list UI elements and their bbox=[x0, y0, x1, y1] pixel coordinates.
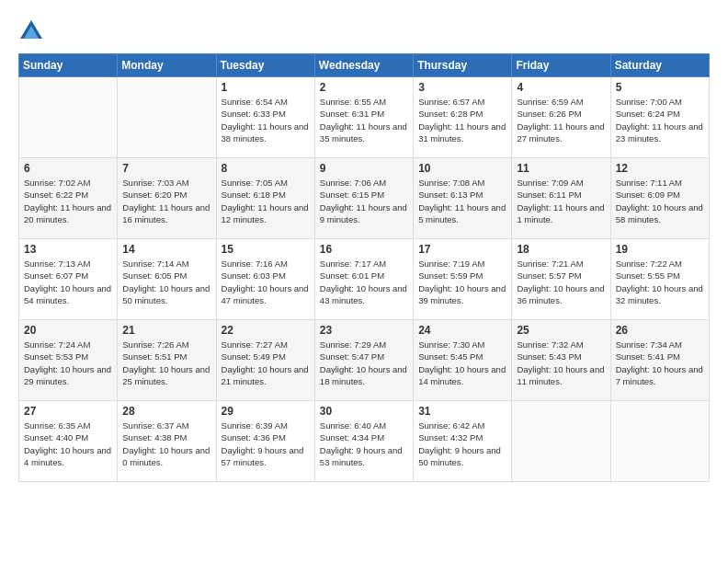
calendar-cell: 23Sunrise: 7:29 AM Sunset: 5:47 PM Dayli… bbox=[314, 320, 413, 401]
calendar-cell: 22Sunrise: 7:27 AM Sunset: 5:49 PM Dayli… bbox=[216, 320, 314, 401]
calendar-cell: 28Sunrise: 6:37 AM Sunset: 4:38 PM Dayli… bbox=[118, 401, 216, 482]
day-number: 2 bbox=[320, 81, 408, 94]
calendar-cell: 17Sunrise: 7:19 AM Sunset: 5:59 PM Dayli… bbox=[414, 239, 512, 320]
day-info: Sunrise: 7:14 AM Sunset: 6:05 PM Dayligh… bbox=[122, 258, 210, 306]
day-number: 6 bbox=[24, 162, 112, 175]
day-info: Sunrise: 7:26 AM Sunset: 5:51 PM Dayligh… bbox=[122, 339, 210, 387]
day-number: 10 bbox=[418, 162, 506, 175]
day-number: 23 bbox=[320, 324, 408, 337]
calendar-cell: 6Sunrise: 7:02 AM Sunset: 6:22 PM Daylig… bbox=[19, 158, 118, 239]
calendar-week-1: 1Sunrise: 6:54 AM Sunset: 6:33 PM Daylig… bbox=[19, 77, 710, 158]
header-sunday: Sunday bbox=[19, 54, 118, 77]
day-info: Sunrise: 7:00 AM Sunset: 6:24 PM Dayligh… bbox=[616, 96, 704, 144]
header-saturday: Saturday bbox=[610, 54, 709, 77]
calendar-cell: 4Sunrise: 6:59 AM Sunset: 6:26 PM Daylig… bbox=[512, 77, 610, 158]
calendar-cell: 14Sunrise: 7:14 AM Sunset: 6:05 PM Dayli… bbox=[118, 239, 216, 320]
day-number: 14 bbox=[122, 243, 210, 256]
day-info: Sunrise: 7:11 AM Sunset: 6:09 PM Dayligh… bbox=[616, 177, 704, 225]
logo bbox=[18, 18, 48, 44]
day-info: Sunrise: 7:34 AM Sunset: 5:41 PM Dayligh… bbox=[616, 339, 704, 387]
calendar-cell: 12Sunrise: 7:11 AM Sunset: 6:09 PM Dayli… bbox=[610, 158, 709, 239]
day-info: Sunrise: 7:06 AM Sunset: 6:15 PM Dayligh… bbox=[320, 177, 408, 225]
day-info: Sunrise: 7:17 AM Sunset: 6:01 PM Dayligh… bbox=[320, 258, 408, 306]
header-monday: Monday bbox=[118, 54, 216, 77]
day-info: Sunrise: 7:08 AM Sunset: 6:13 PM Dayligh… bbox=[418, 177, 506, 225]
calendar-cell: 16Sunrise: 7:17 AM Sunset: 6:01 PM Dayli… bbox=[314, 239, 413, 320]
day-info: Sunrise: 7:29 AM Sunset: 5:47 PM Dayligh… bbox=[320, 339, 408, 387]
day-number: 8 bbox=[222, 162, 310, 175]
day-info: Sunrise: 6:55 AM Sunset: 6:31 PM Dayligh… bbox=[320, 96, 408, 144]
calendar-cell: 9Sunrise: 7:06 AM Sunset: 6:15 PM Daylig… bbox=[314, 158, 413, 239]
day-info: Sunrise: 6:54 AM Sunset: 6:33 PM Dayligh… bbox=[222, 96, 310, 144]
calendar-cell: 15Sunrise: 7:16 AM Sunset: 6:03 PM Dayli… bbox=[216, 239, 314, 320]
day-number: 13 bbox=[24, 243, 112, 256]
calendar-header-row: SundayMondayTuesdayWednesdayThursdayFrid… bbox=[19, 54, 710, 77]
calendar-cell: 5Sunrise: 7:00 AM Sunset: 6:24 PM Daylig… bbox=[610, 77, 709, 158]
calendar-cell bbox=[512, 401, 610, 482]
day-info: Sunrise: 7:09 AM Sunset: 6:11 PM Dayligh… bbox=[517, 177, 605, 225]
day-number: 22 bbox=[222, 324, 310, 337]
day-info: Sunrise: 6:42 AM Sunset: 4:32 PM Dayligh… bbox=[418, 419, 506, 468]
day-number: 17 bbox=[418, 243, 506, 256]
header-thursday: Thursday bbox=[414, 54, 512, 77]
day-number: 19 bbox=[616, 243, 704, 256]
day-info: Sunrise: 7:22 AM Sunset: 5:55 PM Dayligh… bbox=[616, 258, 704, 306]
calendar-cell: 29Sunrise: 6:39 AM Sunset: 4:36 PM Dayli… bbox=[216, 401, 314, 482]
calendar-cell: 2Sunrise: 6:55 AM Sunset: 6:31 PM Daylig… bbox=[314, 77, 413, 158]
day-info: Sunrise: 7:13 AM Sunset: 6:07 PM Dayligh… bbox=[24, 258, 112, 306]
day-number: 24 bbox=[418, 324, 506, 337]
day-info: Sunrise: 7:03 AM Sunset: 6:20 PM Dayligh… bbox=[122, 177, 210, 225]
day-info: Sunrise: 6:59 AM Sunset: 6:26 PM Dayligh… bbox=[517, 96, 605, 144]
day-number: 11 bbox=[517, 162, 605, 175]
calendar-cell: 7Sunrise: 7:03 AM Sunset: 6:20 PM Daylig… bbox=[118, 158, 216, 239]
calendar-cell: 31Sunrise: 6:42 AM Sunset: 4:32 PM Dayli… bbox=[414, 401, 512, 482]
calendar-table: SundayMondayTuesdayWednesdayThursdayFrid… bbox=[18, 53, 710, 482]
calendar-cell bbox=[118, 77, 216, 158]
header-tuesday: Tuesday bbox=[216, 54, 314, 77]
calendar-cell bbox=[19, 77, 118, 158]
calendar-cell: 3Sunrise: 6:57 AM Sunset: 6:28 PM Daylig… bbox=[414, 77, 512, 158]
day-info: Sunrise: 6:35 AM Sunset: 4:40 PM Dayligh… bbox=[24, 419, 112, 468]
day-info: Sunrise: 7:21 AM Sunset: 5:57 PM Dayligh… bbox=[517, 258, 605, 306]
calendar-cell: 18Sunrise: 7:21 AM Sunset: 5:57 PM Dayli… bbox=[512, 239, 610, 320]
day-info: Sunrise: 6:57 AM Sunset: 6:28 PM Dayligh… bbox=[418, 96, 506, 144]
day-number: 15 bbox=[222, 243, 310, 256]
day-info: Sunrise: 7:30 AM Sunset: 5:45 PM Dayligh… bbox=[418, 339, 506, 387]
day-info: Sunrise: 7:24 AM Sunset: 5:53 PM Dayligh… bbox=[24, 339, 112, 387]
calendar-week-3: 13Sunrise: 7:13 AM Sunset: 6:07 PM Dayli… bbox=[19, 239, 710, 320]
calendar-cell: 8Sunrise: 7:05 AM Sunset: 6:18 PM Daylig… bbox=[216, 158, 314, 239]
day-info: Sunrise: 6:40 AM Sunset: 4:34 PM Dayligh… bbox=[320, 419, 408, 468]
day-info: Sunrise: 7:32 AM Sunset: 5:43 PM Dayligh… bbox=[517, 339, 605, 387]
day-info: Sunrise: 7:19 AM Sunset: 5:59 PM Dayligh… bbox=[418, 258, 506, 306]
day-info: Sunrise: 6:39 AM Sunset: 4:36 PM Dayligh… bbox=[222, 419, 310, 468]
calendar-cell: 26Sunrise: 7:34 AM Sunset: 5:41 PM Dayli… bbox=[610, 320, 709, 401]
day-info: Sunrise: 7:05 AM Sunset: 6:18 PM Dayligh… bbox=[222, 177, 310, 225]
day-number: 28 bbox=[122, 405, 210, 418]
calendar-cell: 21Sunrise: 7:26 AM Sunset: 5:51 PM Dayli… bbox=[118, 320, 216, 401]
calendar-cell: 24Sunrise: 7:30 AM Sunset: 5:45 PM Dayli… bbox=[414, 320, 512, 401]
calendar-cell: 10Sunrise: 7:08 AM Sunset: 6:13 PM Dayli… bbox=[414, 158, 512, 239]
day-number: 4 bbox=[517, 81, 605, 94]
day-number: 5 bbox=[616, 81, 704, 94]
calendar-cell: 13Sunrise: 7:13 AM Sunset: 6:07 PM Dayli… bbox=[19, 239, 118, 320]
header-wednesday: Wednesday bbox=[314, 54, 413, 77]
calendar-week-2: 6Sunrise: 7:02 AM Sunset: 6:22 PM Daylig… bbox=[19, 158, 710, 239]
day-number: 25 bbox=[517, 324, 605, 337]
day-number: 12 bbox=[616, 162, 704, 175]
day-number: 18 bbox=[517, 243, 605, 256]
day-info: Sunrise: 7:16 AM Sunset: 6:03 PM Dayligh… bbox=[222, 258, 310, 306]
calendar-week-5: 27Sunrise: 6:35 AM Sunset: 4:40 PM Dayli… bbox=[19, 401, 710, 482]
day-number: 7 bbox=[122, 162, 210, 175]
day-number: 27 bbox=[24, 405, 112, 418]
day-number: 9 bbox=[320, 162, 408, 175]
calendar-cell: 27Sunrise: 6:35 AM Sunset: 4:40 PM Dayli… bbox=[19, 401, 118, 482]
day-number: 21 bbox=[122, 324, 210, 337]
day-number: 1 bbox=[222, 81, 310, 94]
header-friday: Friday bbox=[512, 54, 610, 77]
day-number: 31 bbox=[418, 405, 506, 418]
day-number: 16 bbox=[320, 243, 408, 256]
day-info: Sunrise: 7:02 AM Sunset: 6:22 PM Dayligh… bbox=[24, 177, 112, 225]
day-number: 30 bbox=[320, 405, 408, 418]
calendar-cell: 20Sunrise: 7:24 AM Sunset: 5:53 PM Dayli… bbox=[19, 320, 118, 401]
calendar-cell bbox=[610, 401, 709, 482]
